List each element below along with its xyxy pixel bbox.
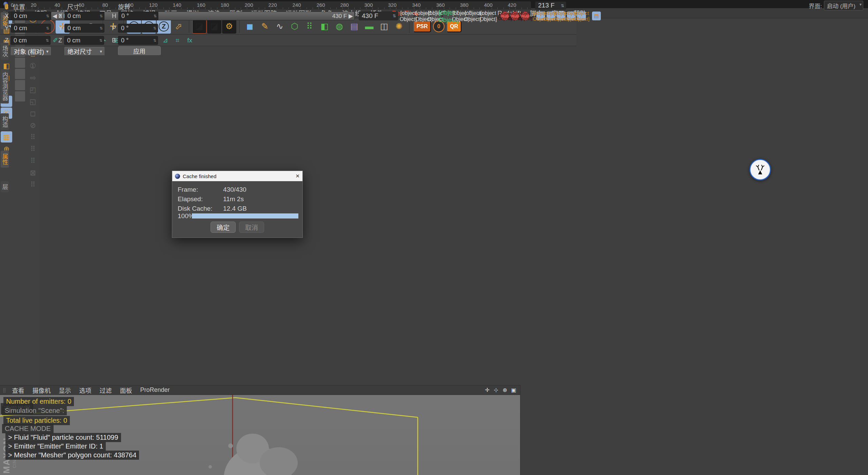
filmstrip-icon[interactable]: ▤ bbox=[592, 12, 601, 20]
subdivision-surface-icon[interactable]: ⬡ bbox=[288, 19, 302, 34]
tab-content-browser[interactable]: 内容浏览器 bbox=[1, 69, 9, 103]
add-cube-icon[interactable]: ◼ bbox=[243, 19, 257, 34]
hud-fluid-count-label: > Fluid "Fluid" particle count: 511099 bbox=[5, 433, 121, 442]
dialog-close-icon[interactable]: ✕ bbox=[295, 173, 300, 179]
drag-handle-icon: ⣿ bbox=[3, 387, 5, 393]
rot-h-input[interactable]: 0 ° bbox=[118, 12, 158, 20]
goto-start-button[interactable]: [object Object] bbox=[403, 12, 414, 21]
diskcache-value: 12.4 GB bbox=[223, 205, 247, 212]
empty-slot bbox=[15, 80, 25, 90]
frame-tool-icon[interactable]: ⊠ bbox=[27, 167, 39, 178]
perspective-viewport[interactable]: ⣿ 查看 摄像机 显示 选项 过滤 面板 ProRender ✛ ⊹ ⊕ ▣ bbox=[0, 385, 520, 475]
spline-icon[interactable]: ∿ bbox=[273, 19, 287, 34]
viewport-canvas[interactable]: cache bbox=[0, 395, 520, 475]
coord-mode-select[interactable]: 对象 (相对) bbox=[11, 47, 51, 56]
pos-z-input[interactable]: 0 cm bbox=[11, 36, 51, 45]
render-region-icon[interactable]: ◪ bbox=[207, 19, 221, 34]
cube-tool-icon[interactable]: ◻ bbox=[27, 108, 39, 119]
deer-logo-watermark bbox=[749, 159, 771, 180]
range-right-handle[interactable]: 430 F ▶ bbox=[332, 13, 353, 20]
render-settings-icon[interactable]: ⚙ bbox=[222, 19, 236, 34]
range-end-input[interactable]: 430 F bbox=[359, 12, 398, 20]
vp-menu-panel[interactable]: 面板 bbox=[116, 386, 136, 395]
array-d-icon[interactable]: ⠿ bbox=[27, 179, 39, 190]
hud-emitter-id-label: > Emitter "Emitter" Emitter ID: 1 bbox=[5, 442, 106, 451]
viewport-menubar: ⣿ 查看 摄像机 显示 选项 过滤 面板 ProRender ✛ ⊹ ⊕ ▣ bbox=[0, 385, 520, 395]
extrude-tool-icon[interactable]: ⊿ bbox=[160, 35, 171, 45]
vp-menu-filter[interactable]: 过滤 bbox=[96, 386, 116, 395]
elapsed-label: Elapsed: bbox=[178, 195, 203, 203]
size-mode-select[interactable]: 绝对尺寸 bbox=[64, 47, 104, 56]
hud-emitters-label: Number of emitters: 0 bbox=[3, 397, 74, 406]
keyframe-selection-button[interactable]: [object Object] bbox=[521, 12, 530, 20]
coordinate-system-icon[interactable]: ⬀ bbox=[172, 19, 186, 34]
hud-simulation-label: Simulation "Scene": bbox=[2, 406, 67, 415]
interface-label: 界面: bbox=[809, 1, 822, 10]
apply-button[interactable]: 应用 bbox=[118, 46, 161, 56]
c4d-icon bbox=[175, 174, 180, 179]
vp-orbit-icon[interactable]: ⊹ bbox=[492, 387, 500, 393]
lock-workplane-icon[interactable]: ▦ bbox=[1, 131, 12, 142]
size-y-input[interactable]: 0 cm bbox=[64, 24, 104, 33]
subdivide-icon[interactable]: ⌗ bbox=[172, 35, 183, 45]
tab-takes[interactable]: 场次 bbox=[1, 43, 9, 60]
array-b-icon[interactable]: ⠿ bbox=[27, 143, 39, 154]
cinema4d-window: { "window": { "title": "CINEMA 4D R19.06… bbox=[0, 0, 868, 475]
record-pla-icon[interactable]: [object Object] bbox=[577, 12, 586, 20]
floor-icon[interactable]: ▬ bbox=[362, 19, 376, 34]
cache-finished-dialog: Cache finished ✕ Frame: 430/430 Elapsed:… bbox=[172, 171, 303, 238]
sphere-tool-icon[interactable]: ⊘ bbox=[27, 119, 39, 131]
current-frame-input[interactable]: 213 F bbox=[535, 1, 566, 10]
rot-b-input[interactable]: 0 ° bbox=[118, 36, 158, 45]
cancel-button: 取消 bbox=[239, 222, 264, 233]
size-x-input[interactable]: 0 cm bbox=[64, 12, 104, 20]
camera-icon[interactable]: ◫ bbox=[377, 19, 391, 34]
vp-maximize-icon[interactable]: ▣ bbox=[509, 387, 518, 393]
move-numeric-icon[interactable]: ① bbox=[27, 60, 39, 71]
ok-button[interactable]: 确定 bbox=[211, 222, 236, 233]
pos-y-input[interactable]: 0 cm bbox=[11, 24, 51, 33]
vp-menu-display[interactable]: 显示 bbox=[55, 386, 75, 395]
render-view-icon[interactable]: ◪ bbox=[192, 19, 206, 34]
loop-button[interactable]: [object Object] bbox=[467, 12, 478, 21]
progress-bar bbox=[192, 213, 298, 218]
rot-p-input[interactable]: 0 ° bbox=[118, 24, 158, 33]
hud-mesher-count-label: > Mesher "Mesher" polygon count: 438764 bbox=[5, 451, 139, 460]
vp-menu-cameras[interactable]: 摄像机 bbox=[28, 386, 55, 395]
scale-tool-b-icon[interactable]: ◱ bbox=[27, 96, 39, 107]
diskcache-label: Disk Cache: bbox=[178, 205, 212, 212]
drag-handle-icon: ⣿ bbox=[4, 3, 7, 8]
array-c-icon[interactable]: ⠿ bbox=[27, 155, 39, 166]
hud-particles-label: Total live particles: 0 bbox=[3, 416, 70, 425]
vp-menu-view[interactable]: 查看 bbox=[8, 386, 28, 395]
deformer-icon[interactable]: ▤ bbox=[347, 19, 361, 34]
tab-structure[interactable]: 构造 bbox=[1, 113, 9, 130]
goto-end-button[interactable]: [object Object] bbox=[483, 12, 494, 21]
interface-select[interactable]: 启动 (用户) bbox=[824, 1, 863, 11]
dialog-titlebar[interactable]: Cache finished ✕ bbox=[172, 171, 302, 181]
scale-tool-a-icon[interactable]: ◰ bbox=[27, 84, 39, 95]
tab-layers[interactable]: 层 bbox=[1, 181, 9, 192]
vp-menu-prorender[interactable]: ProRender bbox=[136, 386, 174, 394]
tab-attributes[interactable]: 属性 bbox=[1, 151, 9, 168]
mirror-tool-icon[interactable]: ⇨ bbox=[27, 72, 39, 83]
timeline-ruler[interactable]: 0 20 40 60 80 100 120 140 160 180 200 22… bbox=[8, 1, 531, 10]
empty-slot bbox=[15, 69, 25, 79]
size-z-input[interactable]: 0 cm bbox=[64, 36, 104, 45]
vp-pan-icon[interactable]: ✛ bbox=[483, 387, 492, 393]
vp-menu-options[interactable]: 选项 bbox=[75, 386, 96, 395]
lock-z-axis-icon[interactable]: Z bbox=[157, 19, 171, 34]
instance-icon[interactable]: ◍ bbox=[332, 19, 347, 34]
hud-cachemode-label: CACHE MODE bbox=[2, 424, 54, 433]
array-icon[interactable]: ⠿ bbox=[302, 19, 317, 34]
rotation-header: 旋转 bbox=[118, 2, 130, 11]
array-a-icon[interactable]: ⠿ bbox=[27, 131, 39, 142]
vp-zoom-icon[interactable]: ⊕ bbox=[500, 387, 509, 393]
fx-icon[interactable]: fx bbox=[184, 35, 196, 45]
frame-value: 430/430 bbox=[223, 186, 246, 193]
size-header: 尺寸 bbox=[67, 2, 79, 11]
pen-tool-icon[interactable]: ✎ bbox=[258, 19, 272, 34]
empty-slot bbox=[15, 91, 25, 101]
pos-x-input[interactable]: 0 cm bbox=[11, 12, 51, 20]
boole-icon[interactable]: ◧ bbox=[317, 19, 332, 34]
